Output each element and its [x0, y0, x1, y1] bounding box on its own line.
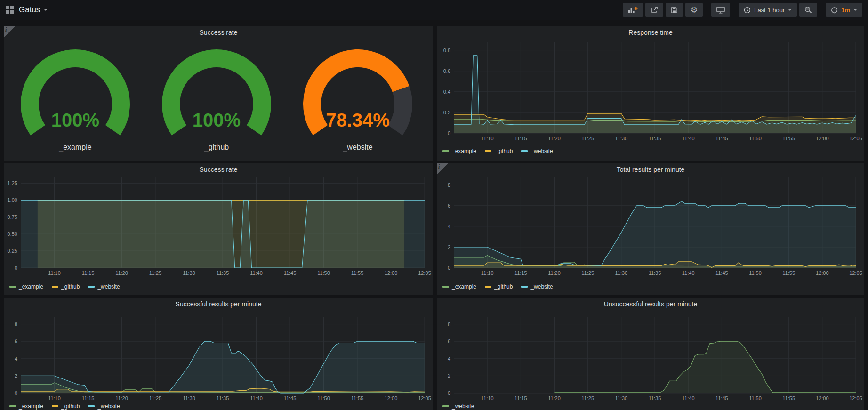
gauge-svg: 78.34%_website — [287, 39, 428, 156]
svg-text:11:30: 11:30 — [615, 270, 627, 276]
legend-item-_example[interactable]: _example — [442, 283, 476, 290]
svg-text:0: 0 — [448, 265, 450, 271]
svg-text:11:50: 11:50 — [317, 270, 330, 276]
chart-body: 0246811:1011:1511:2011:2511:3011:3511:40… — [437, 310, 864, 410]
svg-text:0.50: 0.50 — [8, 231, 17, 237]
add-panel-button[interactable] — [623, 3, 643, 17]
legend-item-_website[interactable]: _website — [88, 283, 120, 290]
panel-info-icon[interactable] — [4, 26, 15, 38]
svg-text:4: 4 — [15, 356, 17, 362]
svg-text:11:20: 11:20 — [548, 395, 561, 401]
refresh-icon — [831, 7, 838, 14]
legend-swatch — [485, 286, 491, 288]
settings-button[interactable]: ⚙ — [685, 3, 703, 17]
panel-title[interactable]: Unsuccessful results per minute — [437, 298, 864, 310]
chart-response-time: 00.20.40.60.811:1011:1511:2011:2511:3011… — [437, 39, 864, 161]
chart-successful-results-per-minute: 0246811:1011:1511:2011:2511:3011:3511:40… — [4, 310, 433, 410]
panel-title[interactable]: Success rate — [4, 26, 433, 39]
legend-item-_website[interactable]: _website — [88, 403, 120, 410]
svg-text:11:40: 11:40 — [682, 136, 695, 141]
legend-item-_github[interactable]: _github — [52, 403, 80, 410]
svg-text:4: 4 — [448, 224, 450, 229]
panel-title[interactable]: Response time — [437, 26, 864, 39]
svg-text:11:15: 11:15 — [82, 395, 95, 401]
svg-text:11:50: 11:50 — [749, 136, 762, 141]
legend-item-_example[interactable]: _example — [9, 283, 43, 290]
panel-title[interactable]: Success rate — [4, 163, 433, 176]
panel-title[interactable]: Successful results per minute — [4, 298, 433, 310]
panel-success-rate-gauges: Success rate 100%_example100%_github78.3… — [4, 26, 433, 161]
x-axis-labels: 11:1011:1511:2011:2511:3011:3511:4011:45… — [481, 136, 862, 141]
navbar: Gatus ⚙ — [0, 0, 868, 20]
legend-label: _website — [97, 283, 120, 290]
gauge-_github: 100%_github — [146, 39, 287, 156]
svg-text:2: 2 — [448, 244, 450, 250]
svg-text:8: 8 — [448, 322, 450, 327]
svg-text:11:20: 11:20 — [115, 395, 128, 401]
svg-text:11:10: 11:10 — [48, 270, 61, 276]
svg-text:11:25: 11:25 — [581, 270, 594, 276]
svg-text:11:40: 11:40 — [682, 270, 695, 276]
svg-text:11:10: 11:10 — [481, 270, 494, 276]
legend-item-_github[interactable]: _github — [485, 283, 513, 290]
svg-text:0.4: 0.4 — [443, 89, 450, 95]
refresh-button[interactable]: 1m — [826, 3, 862, 17]
y-axis-labels: 00.250.500.751.001.25 — [8, 180, 17, 271]
svg-text:2: 2 — [448, 373, 450, 378]
legend-item-_website[interactable]: _website — [521, 148, 553, 154]
svg-text:11:45: 11:45 — [715, 136, 728, 141]
series-_website — [555, 341, 856, 393]
svg-text:11:40: 11:40 — [250, 270, 263, 276]
svg-text:11:30: 11:30 — [615, 395, 627, 401]
add-panel-icon — [628, 6, 638, 14]
panel-title[interactable]: Total results per minute — [437, 163, 864, 176]
share-button[interactable] — [645, 3, 663, 17]
svg-text:11:55: 11:55 — [782, 395, 795, 401]
panel-response-time: Response time 00.20.40.60.811:1011:1511:… — [437, 26, 864, 161]
cycle-view-button[interactable] — [711, 3, 730, 17]
svg-text:12:05: 12:05 — [849, 270, 862, 276]
zoom-out-button[interactable] — [799, 3, 817, 17]
svg-text:11:10: 11:10 — [481, 136, 494, 141]
legend-swatch — [521, 150, 528, 152]
svg-text:11:45: 11:45 — [284, 270, 297, 276]
svg-text:0.8: 0.8 — [443, 48, 450, 53]
chart-unsuccessful-results-per-minute: 0246811:1011:1511:2011:2511:3011:3511:40… — [437, 310, 864, 410]
time-range-label: Last 1 hour — [754, 7, 785, 14]
svg-text:11:15: 11:15 — [514, 136, 527, 141]
legend-item-_github[interactable]: _github — [485, 148, 513, 154]
chevron-down-icon — [853, 9, 857, 11]
time-range-button[interactable]: Last 1 hour — [739, 3, 797, 17]
svg-text:11:55: 11:55 — [782, 136, 795, 141]
x-axis-labels: 11:1011:1511:2011:2511:3011:3511:4011:45… — [48, 270, 431, 276]
svg-text:1.00: 1.00 — [8, 197, 17, 203]
apps-grid-icon[interactable] — [6, 6, 14, 14]
legend-item-_website[interactable]: _website — [521, 283, 553, 290]
legend-swatch — [9, 405, 16, 407]
legend-item-_example[interactable]: _example — [9, 403, 43, 410]
chart-success-rate: 00.250.500.751.001.2511:1011:1511:2011:2… — [4, 176, 433, 295]
legend-label: _website — [530, 283, 553, 290]
svg-text:11:35: 11:35 — [217, 395, 229, 401]
gauge-value: 100% — [51, 110, 99, 130]
svg-text:11:55: 11:55 — [782, 270, 795, 276]
legend-label: _website — [452, 403, 474, 410]
panel-info-icon[interactable] — [437, 163, 448, 175]
svg-text:11:30: 11:30 — [183, 395, 195, 401]
clock-icon — [744, 7, 751, 14]
dashboard-title-button[interactable]: Gatus — [19, 5, 48, 15]
save-button[interactable] — [666, 3, 683, 17]
svg-text:11:50: 11:50 — [317, 395, 330, 401]
dashboard-title: Gatus — [19, 5, 40, 15]
svg-text:11:35: 11:35 — [649, 270, 661, 276]
legend-item-_example[interactable]: _example — [442, 148, 476, 154]
svg-text:1.25: 1.25 — [8, 180, 17, 186]
gauge-_website: 78.34%_website — [287, 39, 428, 156]
legend-item-_website[interactable]: _website — [442, 403, 474, 410]
chart-total-results-per-minute: 0246811:1011:1511:2011:2511:3011:3511:40… — [437, 176, 864, 295]
svg-text:11:20: 11:20 — [548, 270, 561, 276]
legend-swatch — [88, 286, 95, 288]
svg-text:0: 0 — [448, 390, 450, 396]
legend-item-_github[interactable]: _github — [52, 283, 80, 290]
legend-swatch — [442, 405, 449, 407]
